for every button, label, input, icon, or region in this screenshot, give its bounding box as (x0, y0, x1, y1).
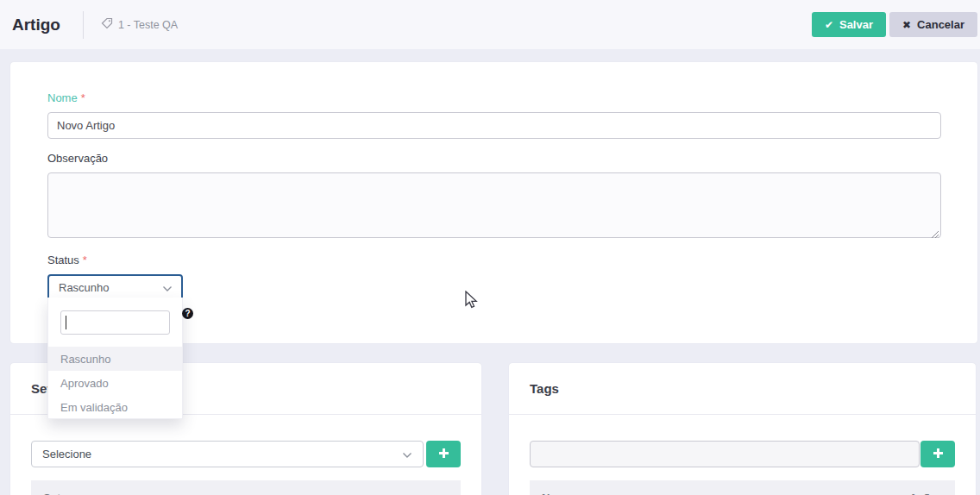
add-sector-button[interactable] (426, 441, 461, 467)
chevron-down-icon (402, 447, 412, 462)
column-header: Nome (542, 492, 573, 495)
question-circle-icon[interactable]: ? (182, 308, 193, 319)
status-search-input[interactable] (60, 310, 170, 335)
resize-handle-icon[interactable] (931, 227, 939, 235)
required-marker: * (81, 91, 85, 104)
text-caret (66, 316, 66, 329)
status-options-list: Rascunho Aprovado Em validação (48, 347, 182, 419)
top-bar: Artigo 1 - Teste QA ✔ Salvar ✖ Cancelar (0, 0, 980, 49)
cancel-button[interactable]: ✖ Cancelar (889, 12, 977, 37)
status-option-em-validacao[interactable]: Em validação (48, 395, 182, 419)
plus-icon (438, 448, 449, 461)
tags-title: Tags (530, 381, 559, 396)
chevron-down-icon (162, 280, 173, 296)
status-option-rascunho[interactable]: Rascunho (48, 347, 182, 371)
observation-label: Observação (47, 152, 941, 165)
sector-select[interactable]: Selecione (31, 441, 424, 467)
status-label: Status * (47, 254, 941, 266)
sectors-table-header: Setor (31, 480, 461, 495)
status-dropdown-panel: Rascunho Aprovado Em validação (47, 298, 183, 419)
sector-select-value: Selecione (42, 448, 91, 461)
save-button[interactable]: ✔ Salvar (812, 12, 886, 37)
header-divider (83, 11, 84, 39)
tag-icon (101, 17, 113, 32)
tags-table-header: Nome Ações (530, 480, 955, 495)
tags-card: Tags Nome Ações (509, 363, 976, 495)
save-button-label: Salvar (839, 18, 873, 31)
breadcrumb-label: 1 - Teste QA (118, 19, 178, 31)
cancel-button-label: Cancelar (917, 18, 964, 31)
name-label: Nome * (47, 91, 941, 104)
breadcrumb: 1 - Teste QA (101, 17, 178, 32)
page-title: Artigo (12, 16, 60, 34)
column-header: Setor (43, 492, 72, 495)
column-header: Ações (909, 492, 943, 495)
check-icon: ✔ (825, 20, 833, 30)
required-marker: * (83, 254, 87, 266)
observation-textarea[interactable] (47, 172, 941, 238)
status-select-value: Rascunho (59, 281, 110, 294)
name-input[interactable] (47, 112, 941, 139)
add-tag-button[interactable] (920, 441, 955, 467)
tag-input[interactable] (530, 441, 920, 467)
x-icon: ✖ (902, 20, 911, 30)
plus-icon (933, 448, 944, 461)
status-option-aprovado[interactable]: Aprovado (48, 371, 182, 395)
tags-card-header: Tags (509, 363, 976, 415)
